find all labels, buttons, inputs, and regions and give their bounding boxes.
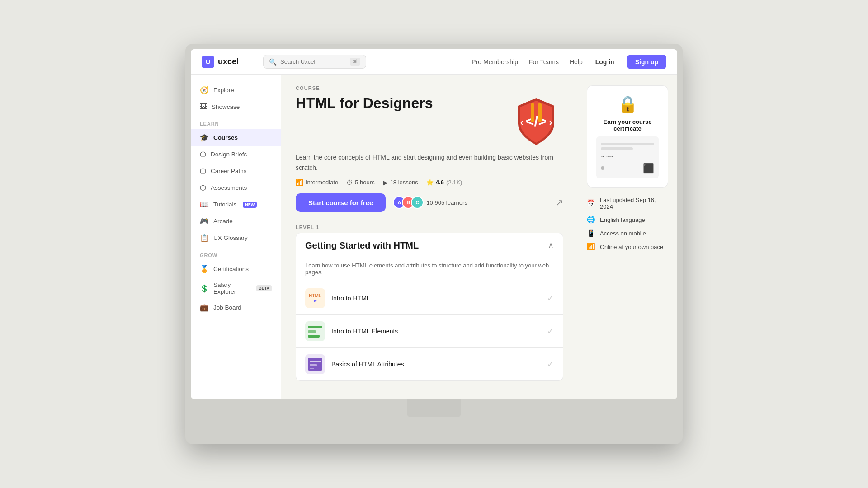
check-icon-1: ✓ bbox=[547, 293, 554, 303]
meta-hours: ⏱ 5 hours bbox=[346, 179, 374, 186]
sidebar-item-label: Tutorials bbox=[213, 201, 236, 208]
svg-rect-10 bbox=[310, 364, 317, 366]
keyboard-shortcut: ⌘ bbox=[350, 58, 360, 66]
signup-button[interactable]: Sign up bbox=[627, 55, 666, 69]
sidebar-item-job-board[interactable]: 💼 Job Board bbox=[191, 299, 281, 316]
lesson-item[interactable]: Basics of HTML Attributes ✓ bbox=[296, 348, 563, 381]
courses-icon: 🎓 bbox=[200, 133, 209, 142]
learner-avatars: A B C 10,905 learners bbox=[393, 196, 467, 209]
sidebar-item-label: Design Briefs bbox=[211, 151, 247, 158]
certificate-card: 🔒 Earn your course certificate ~ ~~ ⬛ bbox=[587, 85, 668, 188]
svg-rect-9 bbox=[310, 361, 321, 362]
search-icon: 🔍 bbox=[269, 58, 277, 66]
cert-line-2 bbox=[601, 147, 633, 150]
course-title: HTML for Designers bbox=[296, 94, 433, 112]
sidebar-item-label: Career Paths bbox=[211, 168, 247, 174]
for-teams-link[interactable]: For Teams bbox=[529, 58, 559, 66]
sidebar-item-career-paths[interactable]: ⬡ Career Paths bbox=[191, 163, 281, 179]
rating-count: (2.1K) bbox=[446, 179, 462, 186]
level-header[interactable]: Getting Started with HTML ∧ bbox=[296, 233, 563, 258]
rating-number: 4.6 bbox=[436, 179, 444, 186]
sidebar-item-label: UX Glossary bbox=[213, 235, 248, 241]
lesson-name-1: Intro to HTML bbox=[331, 295, 541, 302]
lesson-item[interactable]: HTML ▶ Intro to HTML ✓ bbox=[296, 282, 563, 315]
meta-rating: ⭐ 4.6 (2.1K) bbox=[426, 179, 462, 186]
course-label: COURSE bbox=[296, 85, 563, 91]
sidebar-item-label: Certifications bbox=[213, 266, 249, 272]
glossary-icon: 📋 bbox=[200, 234, 209, 242]
certificate-preview: ~ ~~ ⬛ bbox=[596, 136, 659, 178]
sidebar-item-design-briefs[interactable]: ⬡ Design Briefs bbox=[191, 146, 281, 163]
level-description: Learn how to use HTML elements and attri… bbox=[296, 258, 563, 282]
sidebar-item-assessments[interactable]: ⬡ Assessments bbox=[191, 179, 281, 196]
svg-text:‹: ‹ bbox=[520, 117, 524, 127]
cert-line-1 bbox=[601, 143, 654, 145]
sidebar-item-showcase[interactable]: 🖼 Showcase bbox=[191, 99, 281, 115]
right-sidebar: 🔒 Earn your course certificate ~ ~~ ⬛ bbox=[578, 75, 677, 399]
header-nav: Pro Membership For Teams Help bbox=[472, 58, 582, 66]
mobile-icon: 📱 bbox=[587, 229, 595, 237]
lesson-name-2: Intro to HTML Elements bbox=[331, 328, 541, 335]
search-input[interactable] bbox=[280, 58, 346, 65]
lesson-list: HTML ▶ Intro to HTML ✓ bbox=[296, 282, 563, 381]
sidebar-item-arcade[interactable]: 🎮 Arcade bbox=[191, 213, 281, 230]
avatar-3: C bbox=[411, 196, 424, 209]
chevron-up-icon: ∧ bbox=[548, 240, 554, 250]
sidebar-item-tutorials[interactable]: 📖 Tutorials NEW bbox=[191, 196, 281, 213]
svg-rect-7 bbox=[308, 335, 320, 338]
logo[interactable]: U uxcel bbox=[202, 56, 256, 68]
login-button[interactable]: Log in bbox=[590, 56, 620, 68]
logo-text: uxcel bbox=[218, 57, 239, 66]
share-button[interactable]: ↗ bbox=[556, 197, 563, 208]
assessments-icon: ⬡ bbox=[200, 183, 206, 192]
sidebar-item-label: Explore bbox=[213, 87, 234, 94]
calendar-icon: 📅 bbox=[587, 199, 595, 207]
sidebar-item-courses[interactable]: 🎓 Courses bbox=[191, 129, 281, 146]
sidebar-item-certifications[interactable]: 🏅 Certifications bbox=[191, 261, 281, 277]
arcade-icon: 🎮 bbox=[200, 217, 209, 225]
header: U uxcel 🔍 ⌘ Pro Membership For Teams Hel… bbox=[191, 49, 677, 75]
level-icon: 📶 bbox=[296, 179, 303, 186]
main-content: COURSE HTML for Designers </> bbox=[281, 75, 578, 399]
sidebar: 🧭 Explore 🖼 Showcase LEARN 🎓 Courses ⬡ D… bbox=[191, 75, 281, 399]
certifications-icon: 🏅 bbox=[200, 265, 209, 273]
course-thumbnail: </> ‹ › bbox=[509, 94, 563, 149]
job-board-icon: 💼 bbox=[200, 303, 209, 312]
section-learn: LEARN bbox=[191, 115, 281, 129]
career-paths-icon: ⬡ bbox=[200, 167, 206, 175]
cert-dot bbox=[601, 166, 604, 170]
tutorials-icon: 📖 bbox=[200, 200, 209, 209]
cert-signature: ~ ~~ bbox=[601, 153, 654, 160]
svg-rect-5 bbox=[308, 326, 322, 328]
lesson-item[interactable]: Intro to HTML Elements ✓ bbox=[296, 315, 563, 348]
mobile-text: Access on mobile bbox=[600, 230, 646, 237]
sidebar-item-explore[interactable]: 🧭 Explore bbox=[191, 82, 281, 99]
sidebar-item-glossary[interactable]: 📋 UX Glossary bbox=[191, 230, 281, 246]
cert-qr: ⬛ bbox=[643, 163, 654, 174]
sidebar-item-label: Salary Explorer bbox=[213, 282, 250, 295]
help-link[interactable]: Help bbox=[570, 58, 583, 66]
self-paced-text: Online at your own pace bbox=[600, 244, 663, 250]
info-self-paced: 📶 Online at your own pace bbox=[587, 243, 668, 251]
star-icon: ⭐ bbox=[426, 179, 434, 186]
wifi-icon: 📶 bbox=[587, 243, 595, 251]
svg-rect-11 bbox=[310, 368, 314, 369]
salary-badge: BETA bbox=[256, 285, 272, 291]
lesson-thumbnail-1: HTML ▶ bbox=[305, 288, 325, 308]
logo-icon: U bbox=[202, 56, 214, 68]
salary-icon: 💲 bbox=[200, 284, 209, 293]
sidebar-item-label: Courses bbox=[213, 134, 238, 141]
language-text: English language bbox=[600, 216, 645, 223]
level-section: LEVEL 1 Getting Started with HTML ∧ Lear… bbox=[296, 225, 563, 381]
pro-membership-link[interactable]: Pro Membership bbox=[472, 58, 518, 66]
lessons-icon: ▶ bbox=[383, 179, 388, 186]
lessons-text: 18 lessons bbox=[390, 179, 418, 186]
start-course-button[interactable]: Start course for free bbox=[296, 193, 386, 212]
info-last-updated: 📅 Last updated Sep 16, 2024 bbox=[587, 197, 668, 210]
search-bar[interactable]: 🔍 ⌘ bbox=[263, 55, 366, 69]
svg-rect-6 bbox=[308, 330, 316, 333]
globe-icon: 🌐 bbox=[587, 216, 595, 224]
cert-bottom: ⬛ bbox=[601, 163, 654, 174]
check-icon-2: ✓ bbox=[547, 326, 554, 336]
sidebar-item-salary-explorer[interactable]: 💲 Salary Explorer BETA bbox=[191, 277, 281, 299]
